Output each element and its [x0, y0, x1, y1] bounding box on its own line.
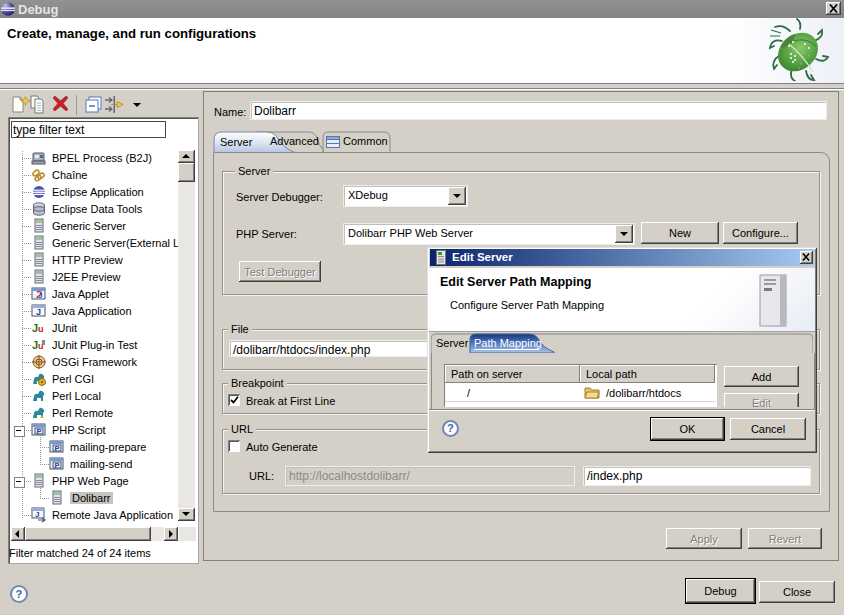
svg-text:Server: Server	[220, 136, 253, 148]
svg-text:J: J	[35, 510, 39, 519]
svg-text:P: P	[55, 444, 60, 453]
svg-text:J: J	[36, 307, 41, 317]
svg-text:Path Mapping: Path Mapping	[474, 337, 542, 349]
svg-text:J: J	[38, 291, 42, 300]
svg-text:P: P	[55, 461, 60, 470]
svg-text:Server: Server	[436, 337, 469, 349]
svg-text:u: u	[38, 324, 44, 334]
